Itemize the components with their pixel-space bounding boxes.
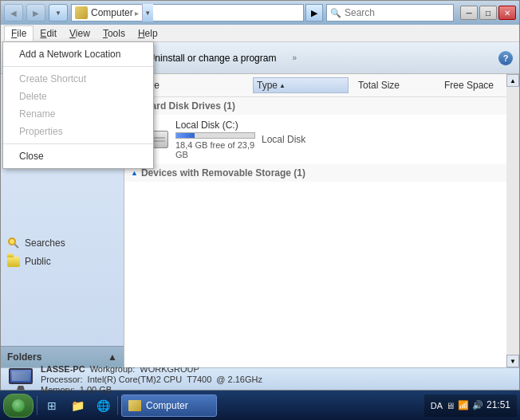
file-menu-create-shortcut: Create Shortcut <box>3 70 153 88</box>
folders-toggle-icon: ▲ <box>108 351 117 363</box>
close-button[interactable]: ✕ <box>498 6 516 20</box>
search-input[interactable] <box>345 7 464 18</box>
taskbar-divider-2 <box>117 396 118 415</box>
file-menu-add-network[interactable]: Add a Network Location <box>3 45 153 63</box>
removable-label: Devices with Removable Storage (1) <box>141 167 305 179</box>
file-menu-close[interactable]: Close <box>3 147 153 165</box>
title-bar: ◀ ▶ ▼ Computer ▸ ▼ ▶ 🔍 <box>1 1 519 25</box>
window: ◀ ▶ ▼ Computer ▸ ▼ ▶ 🔍 <box>0 0 520 391</box>
taskbar-window-icon <box>128 400 141 411</box>
tray-icon-volume: 🔊 <box>472 400 483 410</box>
drive-row-c[interactable]: Local Disk (C:) 18,4 GB free of 23,9 GB … <box>124 115 519 164</box>
clock-time: 21:51 <box>487 399 510 412</box>
search-bar: 🔍 <box>326 4 454 22</box>
processor-speed: @ 2.16GHz <box>216 375 262 384</box>
svg-line-1 <box>15 245 19 249</box>
computer-name: LASSE-PC <box>41 364 85 374</box>
taskbar-icon-windows[interactable]: ⊞ <box>41 394 63 417</box>
menu-help[interactable]: Help <box>132 26 164 41</box>
col-header-total[interactable]: Total Size <box>355 78 435 92</box>
nav-up-button[interactable]: ▼ <box>49 4 68 22</box>
go-button[interactable]: ▶ <box>305 4 323 22</box>
taskbar: ⊞ 📁 🌐 Computer DA 🖥 📶 🔊 21:51 <box>0 391 520 420</box>
menu-bar: File Edit View Tools Help Add a Network … <box>1 25 519 42</box>
nav-forward-button[interactable]: ▶ <box>26 4 45 22</box>
removable-section-header: ▲ Devices with Removable Storage (1) <box>124 164 519 182</box>
col-header-free[interactable]: Free Space <box>441 78 513 92</box>
drive-type-c: Local Disk <box>262 134 354 145</box>
drive-info-c: Local Disk (C:) 18,4 GB free of 23,9 GB <box>175 120 255 159</box>
drive-bar-fill-c <box>176 133 195 138</box>
address-text: Computer ▸ <box>91 7 139 18</box>
file-menu-delete: Delete <box>3 88 153 105</box>
menu-edit[interactable]: Edit <box>33 26 63 41</box>
menu-view[interactable]: View <box>63 26 97 41</box>
system-tray: DA 🖥 📶 🔊 21:51 <box>424 394 517 417</box>
public-label: Public <box>25 256 51 267</box>
status-info: LASSE-PC Workgroup: WORKGROUP Processor:… <box>41 364 262 394</box>
taskbar-quick-launch: ⊞ 📁 🌐 <box>41 394 114 417</box>
taskbar-icon-browser[interactable]: 🌐 <box>92 394 114 417</box>
status-bar: LASSE-PC Workgroup: WORKGROUP Processor:… <box>1 367 519 390</box>
computer-icon <box>75 6 88 19</box>
searches-icon <box>7 237 20 249</box>
tray-icon-1: 🖥 <box>446 401 455 410</box>
uninstall-label: Uninstall or change a program <box>148 53 277 64</box>
nav-back-button[interactable]: ◀ <box>4 4 23 22</box>
maximize-button[interactable]: □ <box>479 6 497 20</box>
taskbar-active-window[interactable]: Computer <box>121 394 217 417</box>
column-headers: Name Type ▲ Total Size Free Space ▲ <box>124 74 519 97</box>
file-menu-separator-2 <box>3 143 153 144</box>
language-indicator: DA <box>431 401 443 410</box>
menu-file[interactable]: File <box>4 26 33 41</box>
processor-value: Intel(R) Core(TM)2 CPU <box>88 375 183 384</box>
monitor-body <box>9 368 33 384</box>
folders-label: Folders <box>7 351 41 363</box>
clock-display: 21:51 <box>487 399 510 412</box>
taskbar-window-label: Computer <box>146 400 188 411</box>
explorer-icon: 📁 <box>71 399 85 412</box>
searches-label: Searches <box>25 237 65 249</box>
sort-arrow-icon: ▲ <box>279 82 286 89</box>
hard-drives-section-header: ▲ Hard Disk Drives (1) <box>124 97 519 115</box>
start-orb-icon <box>12 399 25 412</box>
title-bar-left: ◀ ▶ ▼ Computer ▸ ▼ ▶ 🔍 <box>4 4 454 22</box>
public-folder-icon <box>7 257 20 267</box>
address-dropdown-button[interactable]: ▼ <box>142 4 153 22</box>
browser-icon: 🌐 <box>97 399 110 412</box>
window-controls: ─ □ ✕ <box>460 6 516 20</box>
status-line-2: Processor: Intel(R) Core(TM)2 CPU T7400 … <box>41 375 262 384</box>
sidebar-item-searches[interactable]: Searches <box>1 234 124 253</box>
menu-tools[interactable]: Tools <box>97 26 132 41</box>
drive-bar-c <box>175 132 255 139</box>
svg-point-0 <box>9 238 15 245</box>
address-bar[interactable]: Computer ▸ ▼ <box>71 4 304 22</box>
help-button[interactable]: ? <box>498 51 513 65</box>
start-button[interactable] <box>3 394 33 418</box>
hard-drives-label: Hard Disk Drives (1) <box>144 100 235 112</box>
minimize-button[interactable]: ─ <box>460 6 478 20</box>
memory-value: 1,00 GB <box>80 385 112 394</box>
pc-icon <box>7 368 34 391</box>
sidebar-item-public[interactable]: Public <box>1 253 124 270</box>
file-menu-properties: Properties <box>3 123 153 140</box>
removable-toggle[interactable]: ▲ <box>131 169 138 177</box>
processor-model: T7400 <box>187 375 211 384</box>
status-line-3: Memory: 1,00 GB <box>41 385 262 394</box>
toolbar-more-button[interactable]: » <box>289 50 300 65</box>
address-arrow-icon: ▸ <box>135 9 139 18</box>
file-menu-separator-1 <box>3 66 153 67</box>
search-icon: 🔍 <box>330 8 341 18</box>
file-menu-rename: Rename <box>3 105 153 123</box>
drive-size-text-c: 18,4 GB free of 23,9 GB <box>175 140 255 159</box>
taskbar-icon-explorer[interactable]: 📁 <box>66 394 89 417</box>
monitor-stand <box>17 386 25 391</box>
drive-name-c: Local Disk (C:) <box>175 120 255 131</box>
taskbar-divider-1 <box>37 396 37 415</box>
processor-label: Processor: <box>41 375 83 384</box>
windows-icon: ⊞ <box>47 399 57 412</box>
file-menu-dropdown: Add a Network Location Create Shortcut D… <box>2 41 154 169</box>
col-header-type[interactable]: Type ▲ <box>253 77 349 93</box>
scroll-down-button[interactable]: ▼ <box>506 355 519 367</box>
scroll-up-button[interactable]: ▲ <box>506 74 519 87</box>
